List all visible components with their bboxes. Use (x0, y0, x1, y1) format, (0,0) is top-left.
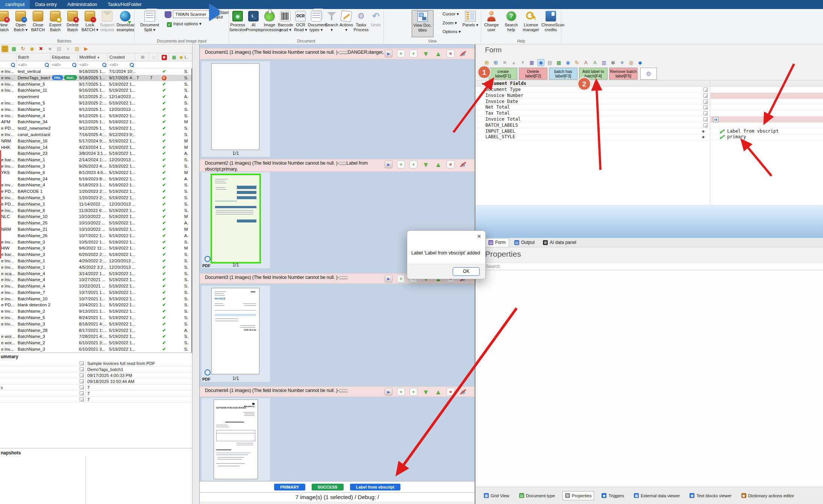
batch-table-row[interactable]: e inv... BatchName_2 9/13/2021 1... 5/19… (0, 308, 192, 315)
panel-tab[interactable]: ▤Output (511, 238, 538, 247)
filter-batch[interactable]: <all> (17, 61, 50, 68)
batch-table-row[interactable]: e PD... BARCODE 1 1/20/2023 2:... 5/19/2… (0, 188, 192, 195)
hide-page-icon[interactable]: ◉ (459, 50, 467, 58)
batch-table-row[interactable]: e inv... BatchName_5 9/12/2025 2:... 5/1… (0, 100, 192, 106)
label-function-button[interactable]: Remove batch label[F5] (609, 68, 638, 80)
field-row[interactable]: Document Type ◈ VB (476, 87, 823, 93)
batch-table-row[interactable]: NRM BatchName_16 5/17/2024 9:... 5/19/20… (0, 138, 192, 144)
batch-table-row[interactable]: e inv... BatchName_10 10/7/2021 1... 5/1… (0, 296, 192, 302)
batch-table-row[interactable]: NLC BatchName_10 10/10/2022 ... 5/19/202… (0, 213, 192, 220)
view-small-menu[interactable]: ▶Cursor ▾ (436, 11, 461, 17)
batch-table-row[interactable]: BatchName_23 3/8/2024 3:1... 5/19/2022 1… (0, 150, 192, 157)
batch-ribbon-button[interactable]: ◉ Export Batch (47, 10, 64, 38)
column-header-created[interactable]: Created (108, 53, 135, 61)
batch-table-row[interactable]: e PD... test2_newname2 9/12/2025 1... 5/… (0, 125, 192, 132)
column-header-copies[interactable]: ⊞ (135, 53, 149, 61)
batch-table-row[interactable]: e inv... canal_autorización 7/16/2025 4:… (0, 132, 192, 138)
batch-ribbon-button[interactable]: + New Batch (0, 10, 12, 38)
document4-page-thumbnail[interactable]: SOFTWARE PURCHASE INVOICE Blueberry (214, 400, 258, 479)
document2-page-thumbnail-selected[interactable] (211, 174, 261, 263)
move-up-icon[interactable]: ▲ (434, 160, 442, 168)
batch-table-row[interactable]: e inv... BatchName_4 9/12/2025 1... 5/19… (0, 113, 192, 119)
archive-icon[interactable]: ● (65, 45, 71, 52)
document2-header[interactable]: Document2 (1 images) (The field Invoice … (200, 159, 474, 172)
document1-page-thumbnail[interactable] (211, 63, 259, 150)
batch-table-row[interactable]: YKS BatchName_6 8/1/2023 4:5... 5/19/202… (0, 170, 192, 176)
font-add-icon[interactable]: A (591, 59, 599, 66)
field-value-cell[interactable]: VB Label from vbscript (711, 129, 823, 135)
doc-settings-icon[interactable]: ▥ (600, 59, 608, 66)
batch-table-row[interactable]: e bar... BatchName_3 6/20/2022 2:... 5/1… (0, 251, 192, 258)
column-header-info[interactable]: i.. (183, 53, 192, 61)
document-ribbon-button[interactable]: Actions ▾ (339, 10, 354, 38)
field-checkbox-icon[interactable] (703, 105, 708, 109)
download-examples-button[interactable]: Download examples (117, 10, 134, 38)
batch-table-row[interactable]: experiment 9/12/2025 2:... 12/14/2023 ..… (0, 94, 192, 100)
tool-tab[interactable]: ◆Triggers (599, 491, 626, 500)
document1-header[interactable]: Document1 (1 images) (The field Invoice … (200, 48, 474, 59)
new-batch-icon[interactable]: □ (2, 45, 8, 52)
summary-checkbox-icon[interactable] (80, 367, 84, 371)
tool-tab[interactable]: ◉Text blocks viewer (687, 491, 734, 500)
edit-folder-icon[interactable]: ▨ (74, 45, 80, 52)
snapshot-icon[interactable]: ◎ (627, 59, 635, 66)
hot-action-icon[interactable]: ▶ (83, 45, 89, 52)
batch-list-scrollbar[interactable] (191, 68, 192, 353)
refresh-icon[interactable]: ↻ (573, 59, 580, 66)
batch-table-row[interactable]: e inv... BatchName_6 11/3/2022 6:... 5/1… (0, 207, 192, 214)
field-row[interactable]: Net Total ◈ VB (476, 104, 823, 110)
field-checkbox-icon[interactable] (703, 100, 708, 104)
database-icon[interactable]: ▦ (528, 59, 535, 66)
app-tab[interactable]: Tasks/HotFolder (102, 0, 147, 9)
help-ribbon-button[interactable]: License manager (521, 10, 540, 38)
document-ribbon-button[interactable]: ◉ Process Selection (229, 10, 246, 38)
filter-etiquetas[interactable]: <all> (50, 61, 78, 68)
move-up-icon[interactable]: ▲ (434, 388, 442, 396)
document-ribbon-button[interactable]: Image processing (261, 10, 278, 38)
column-header-etiquetas[interactable]: Etiquetas (50, 53, 78, 61)
batch-table-row[interactable]: e inv... BatchName_5 9/17/2025 1... 5/19… (0, 81, 192, 88)
field-value-cell[interactable]: VB (711, 93, 823, 99)
add-page-above-icon[interactable]: + (409, 388, 417, 396)
view-doc-titles-toggle[interactable]: View Doc. titles (412, 10, 433, 37)
add-page-below-icon[interactable]: + (397, 388, 405, 396)
app-tab[interactable]: can/Input (0, 0, 30, 9)
column-header-batch[interactable]: Batch (17, 53, 50, 61)
tool-tab[interactable]: ▦Grid View (482, 491, 512, 500)
properties-icon[interactable]: ▤ (546, 59, 553, 66)
document-ribbon-button[interactable]: OCR OCR Read ▾ (293, 10, 308, 38)
tool-tab[interactable]: ◉Dictionary actions editor (739, 491, 797, 500)
field-value-cell[interactable]: VB (711, 99, 823, 105)
camera-icon[interactable]: ▤ (56, 45, 62, 52)
app-tab[interactable]: Data entry (30, 0, 62, 9)
field-value-cell[interactable]: VB (711, 117, 823, 123)
label-function-button[interactable]: Delete label[F2] (519, 68, 547, 80)
field-row[interactable]: Invoice Number ◈ VB (476, 93, 823, 99)
batch-table-row[interactable]: e inv... BatchName_1 9/12/2025 1... 12/2… (0, 106, 192, 113)
field-list-icon[interactable]: ≡ (618, 59, 626, 66)
panel-tab[interactable]: ▤Form (485, 238, 509, 247)
stop-icon[interactable]: ■ (47, 45, 53, 52)
document-ribbon-button[interactable]: Barcode read ▾ (278, 10, 293, 38)
document-ribbon-button[interactable]: ↶ Undo (368, 10, 383, 38)
send-keys-icon[interactable]: ▸ (385, 50, 393, 58)
batch-table-row[interactable]: BatchName_24 5/19/2023 8:... 5/19/2022 1… (0, 176, 192, 182)
summary-checkbox-icon[interactable] (80, 379, 84, 383)
batch-table-row[interactable]: e sca... BatchName_4 3/14/2022 1... 5/19… (0, 271, 192, 277)
batch-table-row[interactable]: AFM BatchName_34 9/12/2025 1... 5/19/202… (0, 119, 192, 125)
add-form-icon[interactable]: ⊞ (492, 59, 499, 66)
batch-ribbon-button[interactable]: − Lock BATCH ▾ (81, 10, 99, 38)
column-header-disc[interactable]: ◉ (178, 53, 183, 61)
batch-table-row[interactable]: e inv... DemoTags_batch1 PRI.SUC. 9/18/2… (0, 75, 192, 81)
sparkle-icon[interactable]: ◆ (637, 59, 644, 66)
move-down-icon[interactable]: ▼ (422, 50, 430, 58)
batch-table-row[interactable]: e inv... BatchName_11 9/16/2025 1... 5/1… (0, 87, 192, 94)
batch-table-row[interactable]: e inv... BatchName_3 6/10/2021 3... 5/19… (0, 346, 192, 353)
view-small-menu[interactable]: ⚙Options ▾ (436, 29, 461, 35)
send-keys-icon[interactable]: ▸ (385, 388, 393, 396)
field-row[interactable]: BATCH_LABELS ◈ VB (476, 123, 823, 129)
summary-checkbox-icon[interactable] (80, 373, 84, 377)
field-row[interactable]: Tax Total ◈ VB (476, 110, 823, 117)
refresh-icon[interactable]: ↻ (20, 45, 26, 52)
properties-search-input[interactable]: Search (476, 262, 823, 270)
